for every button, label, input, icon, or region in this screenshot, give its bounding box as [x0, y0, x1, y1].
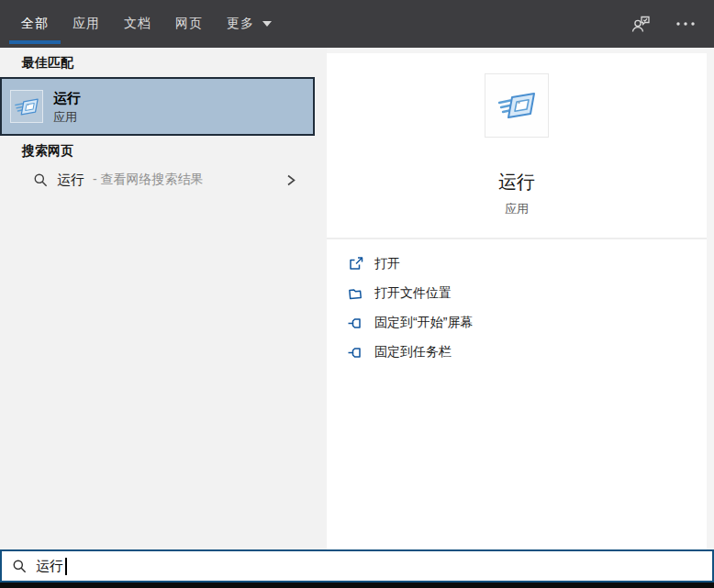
results-list-panel: 最佳匹配 运行 应用 搜索网页 — [0, 48, 327, 549]
web-search-item[interactable]: 运行 - 查看网络搜索结果 — [0, 163, 315, 196]
action-list: 打开 打开文件位置 — [327, 250, 707, 367]
web-search-header: 搜索网页 — [22, 143, 73, 160]
best-match-item-run[interactable]: 运行 应用 — [0, 77, 315, 136]
filter-tabs: 全部 应用 文档 网页 更多 — [0, 0, 284, 48]
search-icon — [33, 172, 49, 188]
tab-more-label: 更多 — [227, 16, 254, 32]
tab-documents[interactable]: 文档 — [112, 0, 163, 48]
action-pin-to-taskbar-label: 固定到任务栏 — [374, 344, 452, 361]
tab-more[interactable]: 更多 — [215, 0, 284, 48]
pin-icon — [347, 315, 363, 331]
folder-icon — [347, 285, 363, 302]
search-filter-bar: 全部 应用 文档 网页 更多 — [0, 0, 714, 48]
web-search-query: 运行 — [57, 172, 84, 189]
text-cursor — [65, 558, 67, 575]
tab-web[interactable]: 网页 — [163, 0, 215, 48]
action-open-file-location-label: 打开文件位置 — [374, 285, 452, 302]
action-open[interactable]: 打开 — [327, 250, 707, 279]
scrollbar-track[interactable] — [707, 48, 714, 549]
tab-apps-label: 应用 — [73, 16, 100, 32]
action-open-label: 打开 — [374, 256, 400, 272]
web-search-suffix: - 查看网络搜索结果 — [93, 172, 204, 188]
best-match-title: 运行 — [53, 89, 81, 106]
chevron-down-icon — [262, 21, 272, 27]
search-icon — [12, 559, 28, 574]
tab-apps[interactable]: 应用 — [61, 0, 112, 48]
user-feedback-icon[interactable] — [630, 14, 652, 34]
tab-all-label: 全部 — [21, 16, 49, 32]
topbar-right-icons — [630, 0, 714, 48]
action-pin-to-start-label: 固定到“开始”屏幕 — [374, 315, 473, 331]
app-hero: 运行 应用 — [327, 73, 707, 217]
tab-web-label: 网页 — [175, 16, 203, 32]
action-pin-to-taskbar[interactable]: 固定到任务栏 — [327, 338, 707, 367]
preview-panel: 运行 应用 打开 — [327, 48, 714, 549]
app-subtitle: 应用 — [327, 201, 707, 217]
best-match-subtitle: 应用 — [53, 110, 81, 125]
pin-icon — [347, 344, 363, 361]
run-app-icon — [10, 90, 43, 123]
search-input[interactable]: 运行 — [0, 549, 714, 582]
more-options-icon[interactable] — [675, 21, 696, 27]
tab-documents-label: 文档 — [124, 16, 151, 32]
divider — [327, 238, 707, 239]
taskbar-edge — [0, 582, 714, 588]
app-title: 运行 — [327, 171, 707, 193]
tab-all[interactable]: 全部 — [9, 0, 61, 48]
best-match-text: 运行 应用 — [53, 89, 81, 125]
action-open-file-location[interactable]: 打开文件位置 — [327, 279, 707, 308]
search-input-value: 运行 — [36, 558, 63, 575]
run-app-icon-large — [485, 73, 549, 138]
action-pin-to-start[interactable]: 固定到“开始”屏幕 — [327, 308, 707, 338]
chevron-right-icon[interactable] — [284, 173, 297, 187]
best-match-header: 最佳匹配 — [22, 55, 73, 72]
open-icon — [347, 256, 363, 272]
